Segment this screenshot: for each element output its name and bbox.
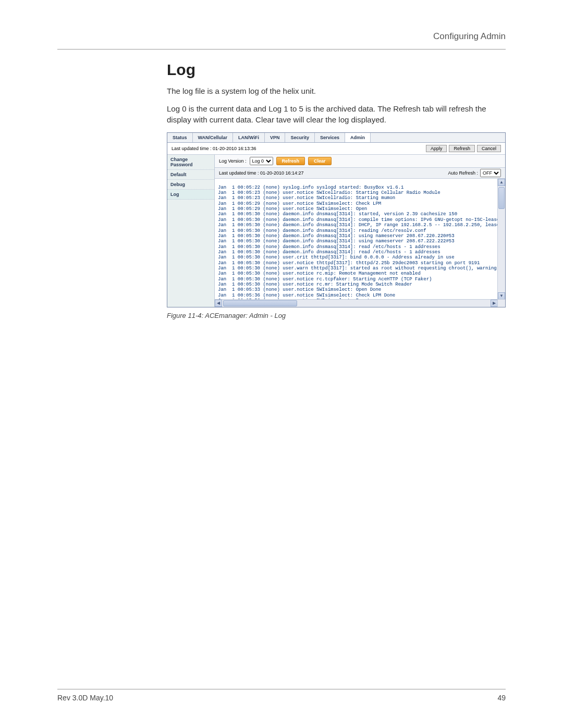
log-output: Jan 1 00:05:22 (none) syslog.info syslog… <box>215 183 505 304</box>
sidebar-item-default[interactable]: Default <box>167 170 214 180</box>
scroll-corner <box>497 299 505 307</box>
auto-refresh-label: Auto Refresh : <box>448 170 478 176</box>
log-viewport: Jan 1 00:05:22 (none) syslog.info syslog… <box>215 179 505 307</box>
main-panel: Log Version : Log 0 Refresh Clear Last u… <box>215 155 505 307</box>
vertical-scroll-thumb[interactable] <box>498 187 505 209</box>
vertical-scrollbar[interactable]: ▲ ▼ <box>497 179 505 300</box>
figure-caption: Figure 11-4: ACEmanager: Admin - Log <box>167 312 506 319</box>
log-version-label: Log Version : <box>219 158 247 164</box>
tab-wan-cellular[interactable]: WAN/Cellular <box>193 133 234 142</box>
top-last-updated: Last updated time : 01-20-2010 16:13:36 <box>172 146 256 151</box>
tab-admin[interactable]: Admin <box>345 133 371 142</box>
main-tabs: Status WAN/Cellular LAN/WiFi VPN Securit… <box>167 133 505 143</box>
admin-sidebar: Change Password Default Debug Log <box>167 155 215 307</box>
sidebar-item-debug[interactable]: Debug <box>167 180 214 190</box>
tab-lan-wifi[interactable]: LAN/WiFi <box>233 133 265 142</box>
sidebar-item-log[interactable]: Log <box>167 190 214 200</box>
log-toolbar: Log Version : Log 0 Refresh Clear <box>215 155 505 168</box>
log-status-bar: Last updated time : 01-20-2010 16:14:27 … <box>215 168 505 179</box>
footer-page: 49 <box>497 694 506 702</box>
scroll-right-icon[interactable]: ▶ <box>491 300 498 307</box>
cancel-button[interactable]: Cancel <box>477 145 501 152</box>
horizontal-scrollbar[interactable]: ◀ ▶ <box>215 299 498 307</box>
intro-paragraph-2: Log 0 is the current data and Log 1 to 5… <box>167 104 506 125</box>
horizontal-scroll-thumb[interactable] <box>223 300 297 306</box>
scroll-up-icon[interactable]: ▲ <box>498 179 505 186</box>
scroll-left-icon[interactable]: ◀ <box>215 300 222 307</box>
section-label: Configuring Admin <box>57 31 506 42</box>
auto-refresh-select[interactable]: OFF <box>480 169 501 177</box>
tab-status[interactable]: Status <box>167 133 193 142</box>
top-bar: Last updated time : 01-20-2010 16:13:36 … <box>167 143 505 155</box>
footer-rev: Rev 3.0D May.10 <box>57 694 113 702</box>
sidebar-item-change-password[interactable]: Change Password <box>167 155 214 170</box>
refresh-top-button[interactable]: Refresh <box>449 145 475 152</box>
intro-paragraph-1: The log file is a system log of the heli… <box>167 86 506 96</box>
tab-services[interactable]: Services <box>315 133 345 142</box>
log-last-updated: Last updated time : 01-20-2010 16:14:27 <box>219 170 304 176</box>
refresh-log-button[interactable]: Refresh <box>276 157 305 165</box>
acemanager-screenshot: Status WAN/Cellular LAN/WiFi VPN Securit… <box>167 132 506 307</box>
bottom-rule <box>57 689 506 689</box>
page-title: Log <box>167 61 506 79</box>
tab-vpn[interactable]: VPN <box>265 133 286 142</box>
top-rule <box>57 49 506 50</box>
clear-log-button[interactable]: Clear <box>308 157 332 165</box>
scroll-down-icon[interactable]: ▼ <box>498 292 505 300</box>
tab-security[interactable]: Security <box>285 133 315 142</box>
log-version-select[interactable]: Log 0 <box>250 157 273 165</box>
apply-button[interactable]: Apply <box>426 145 447 152</box>
